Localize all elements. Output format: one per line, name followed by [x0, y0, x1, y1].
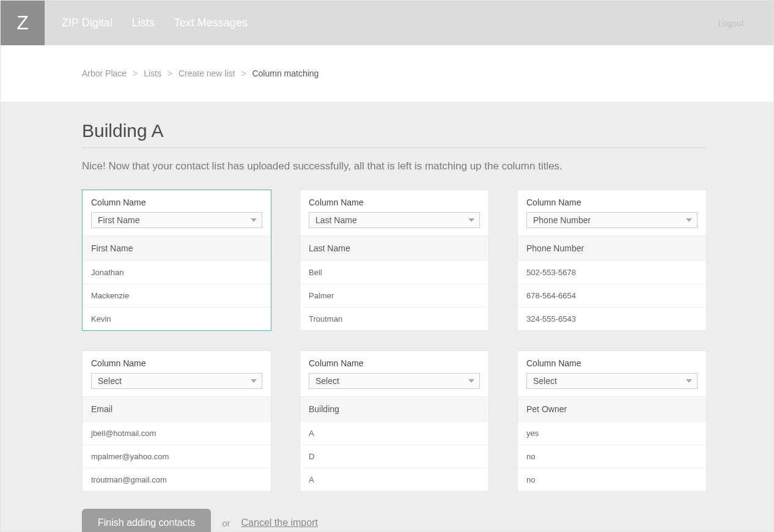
nav-text-messages[interactable]: Text Messages — [174, 17, 248, 29]
breadcrumb-sep: > — [241, 68, 246, 78]
main-content: Building A Nice! Now that your contact l… — [1, 102, 773, 532]
logout-link[interactable]: Logout — [718, 18, 744, 28]
column-header: Email — [83, 396, 271, 421]
data-row: A — [300, 421, 488, 445]
select-value: Last Name — [315, 215, 357, 225]
app-frame: Z ZIP Digital Lists Text Messages Logout… — [0, 0, 774, 532]
column-card: Column Name Select Pet Owner yes no no — [517, 350, 707, 492]
nav-brand[interactable]: ZIP Digital — [62, 17, 112, 29]
column-name-label: Column Name — [309, 358, 480, 368]
data-row: mpalmer@yahoo.com — [83, 445, 271, 468]
data-row: 324-555-6543 — [518, 307, 706, 330]
data-row: troutman@gmail.com — [83, 468, 271, 491]
column-select[interactable]: Phone Number — [526, 212, 698, 228]
data-row: A — [300, 468, 488, 491]
column-name-label: Column Name — [91, 198, 262, 207]
column-name-label: Column Name — [526, 198, 698, 207]
data-row: Jonathan — [83, 260, 271, 284]
page-title: Building A — [82, 120, 706, 148]
breadcrumb-current: Column matching — [252, 68, 319, 78]
column-card: Column Name Select Email jbell@hotmail.c… — [82, 350, 271, 492]
data-row: jbell@hotmail.com — [83, 421, 271, 445]
column-name-label: Column Name — [309, 198, 480, 207]
chevron-down-icon — [251, 379, 257, 383]
select-value: Select — [98, 376, 122, 386]
chevron-down-icon — [686, 218, 692, 222]
chevron-down-icon — [251, 218, 257, 222]
select-value: Phone Number — [533, 215, 591, 225]
data-row: Troutman — [300, 307, 488, 330]
data-row: no — [518, 445, 706, 468]
breadcrumb-bar: Arbor Place > Lists > Create new list > … — [1, 45, 773, 102]
column-header: Building — [300, 396, 488, 421]
data-row: yes — [518, 421, 706, 445]
column-card: Column Name Phone Number Phone Number 50… — [517, 190, 707, 331]
data-row: 502-553-5678 — [518, 260, 706, 284]
actions-row: Finish adding contacts or Cancel the imp… — [82, 509, 704, 532]
top-header: Z ZIP Digital Lists Text Messages Logout — [1, 1, 773, 45]
logo[interactable]: Z — [1, 1, 45, 45]
column-select[interactable]: First Name — [91, 212, 262, 228]
breadcrumb-lists[interactable]: Lists — [144, 68, 161, 78]
chevron-down-icon — [686, 379, 692, 383]
page-subtitle: Nice! Now that your contact list has upl… — [82, 160, 704, 172]
column-select[interactable]: Select — [526, 373, 698, 389]
main-nav: ZIP Digital Lists Text Messages — [62, 17, 248, 29]
data-row: 678-564-6654 — [518, 284, 706, 307]
data-row: no — [518, 468, 706, 491]
column-card: Column Name First Name First Name Jonath… — [82, 190, 271, 331]
column-name-label: Column Name — [526, 358, 698, 368]
data-row: Bell — [300, 260, 488, 284]
cancel-import-link[interactable]: Cancel the import — [241, 517, 318, 528]
data-row: D — [300, 445, 488, 468]
select-value: Select — [315, 376, 339, 386]
data-row: Kevin — [83, 307, 271, 330]
column-card: Column Name Select Building A D A — [300, 350, 489, 492]
column-select[interactable]: Select — [91, 373, 262, 389]
column-header: First Name — [83, 235, 271, 260]
select-value: Select — [533, 376, 557, 386]
breadcrumb-sep: > — [168, 68, 172, 78]
breadcrumb-create-new-list[interactable]: Create new list — [179, 68, 235, 78]
column-header: Last Name — [300, 235, 488, 260]
breadcrumb-arbor-place[interactable]: Arbor Place — [82, 68, 127, 78]
breadcrumb: Arbor Place > Lists > Create new list > … — [82, 68, 319, 78]
column-name-label: Column Name — [91, 358, 262, 368]
column-header: Pet Owner — [518, 396, 706, 421]
column-header: Phone Number — [518, 235, 706, 260]
nav-lists[interactable]: Lists — [132, 17, 155, 29]
logo-letter: Z — [17, 12, 29, 34]
column-select[interactable]: Last Name — [309, 212, 480, 228]
chevron-down-icon — [468, 218, 474, 222]
or-text: or — [222, 518, 230, 528]
column-cards-grid: Column Name First Name First Name Jonath… — [82, 190, 704, 492]
finish-adding-contacts-button[interactable]: Finish adding contacts — [82, 509, 211, 532]
column-select[interactable]: Select — [309, 373, 480, 389]
breadcrumb-sep: > — [133, 68, 138, 78]
data-row: Palmer — [300, 284, 488, 307]
select-value: First Name — [98, 215, 139, 225]
column-card: Column Name Last Name Last Name Bell Pal… — [300, 190, 489, 331]
chevron-down-icon — [468, 379, 474, 383]
data-row: Mackenzie — [83, 284, 271, 307]
